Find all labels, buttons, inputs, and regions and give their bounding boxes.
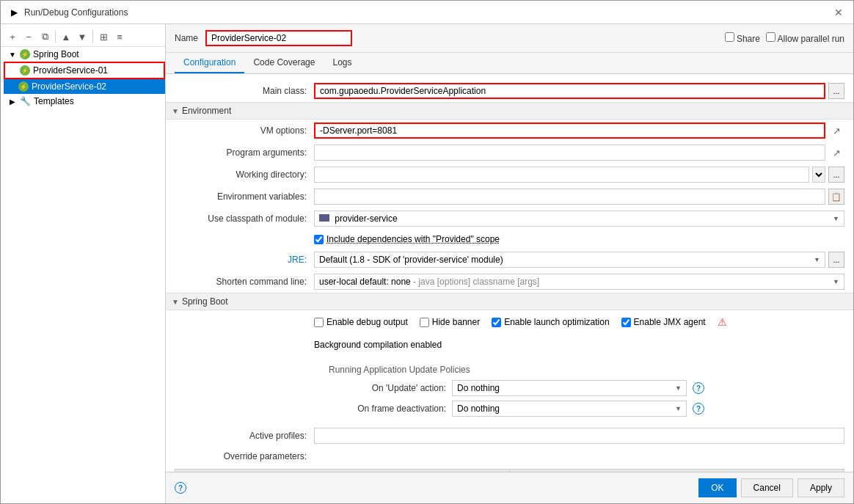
env-arrow-icon: ▼ bbox=[172, 107, 179, 115]
copy-config-button[interactable]: ⧉ bbox=[37, 29, 52, 44]
provider-service-02-item[interactable]: ⚡ ProviderService-02 bbox=[4, 79, 165, 94]
main-class-label: Main class: bbox=[175, 86, 314, 96]
program-args-expand-button[interactable]: ↗ bbox=[828, 145, 844, 161]
program-args-label: Program arguments: bbox=[175, 147, 314, 158]
jre-browse-button[interactable]: ... bbox=[828, 252, 844, 268]
spring-boot-section-header[interactable]: ▼ Spring Boot bbox=[166, 293, 853, 310]
jre-value: Default (1.8 - SDK of 'provider-service'… bbox=[319, 255, 503, 265]
classpath-field: provider-service ▼ bbox=[314, 211, 844, 227]
allow-parallel-label: Allow parallel run bbox=[766, 32, 844, 44]
on-update-dropdown[interactable]: Do nothing ▼ bbox=[452, 380, 687, 396]
hide-banner-checkbox[interactable] bbox=[420, 318, 429, 327]
override-params-row: Override parameters: bbox=[166, 447, 853, 466]
main-class-browse-button[interactable]: ... bbox=[828, 83, 844, 99]
cancel-button[interactable]: Cancel bbox=[741, 478, 793, 497]
name-input[interactable] bbox=[205, 30, 352, 46]
run-debug-configurations-window: ▶ Run/Debug Configurations ✕ + − ⧉ ▲ ▼ ⊞… bbox=[0, 0, 854, 504]
jre-row: JRE: Default (1.8 - SDK of 'provider-ser… bbox=[166, 249, 853, 271]
on-update-help-icon[interactable]: ? bbox=[693, 382, 704, 394]
provider02-icon: ⚡ bbox=[18, 81, 29, 92]
main-class-row: Main class: ... bbox=[166, 80, 853, 102]
provider-service-01-item[interactable]: ⚡ ProviderService-01 bbox=[4, 62, 165, 79]
working-dir-browse-button[interactable]: ... bbox=[828, 167, 844, 183]
env-vars-input[interactable] bbox=[314, 189, 825, 205]
window-icon: ▶ bbox=[8, 7, 20, 18]
spring-boot-options-field: Enable debug output Hide banner Enable l… bbox=[314, 313, 844, 353]
program-args-field: ↗ bbox=[314, 145, 844, 161]
spring-boot-section-label: Spring Boot bbox=[182, 296, 228, 307]
allow-parallel-checkbox[interactable] bbox=[766, 32, 775, 42]
working-dir-row: Working directory: ... bbox=[166, 164, 853, 186]
share-checkbox[interactable] bbox=[725, 32, 734, 42]
jre-link[interactable]: JRE: bbox=[288, 255, 307, 265]
ok-button[interactable]: OK bbox=[698, 478, 736, 497]
spring-boot-icon: ⚡ bbox=[20, 49, 30, 59]
env-vars-browse-button[interactable]: 📋 bbox=[828, 189, 844, 205]
env-vars-label: Environment variables: bbox=[175, 191, 314, 202]
vm-options-row: VM options: ↗ bbox=[166, 120, 853, 142]
name-row: Name Share Allow parallel run bbox=[166, 24, 853, 53]
on-frame-value: Do nothing bbox=[457, 403, 500, 414]
tab-code-coverage[interactable]: Code Coverage bbox=[244, 53, 324, 73]
vm-options-expand-button[interactable]: ↗ bbox=[828, 123, 844, 139]
vm-options-input[interactable] bbox=[314, 123, 825, 139]
running-policies: Running Application Update Policies On '… bbox=[314, 359, 704, 422]
enable-jmx-checkbox[interactable] bbox=[621, 318, 631, 327]
env-vars-row: Environment variables: 📋 bbox=[166, 186, 853, 208]
module-select-dropdown[interactable]: provider-service ▼ bbox=[314, 211, 844, 227]
templates-label: Templates bbox=[34, 96, 74, 106]
templates-icon: 🔧 bbox=[20, 96, 31, 106]
enable-launch-label: Enable launch optimization bbox=[492, 317, 609, 327]
add-config-button[interactable]: + bbox=[5, 29, 20, 44]
templates-item[interactable]: ▶ 🔧 Templates bbox=[4, 94, 165, 109]
share-row: Share Allow parallel run bbox=[725, 32, 844, 44]
include-deps-checkbox[interactable] bbox=[314, 235, 324, 244]
program-args-input[interactable] bbox=[314, 145, 825, 161]
move-up-button[interactable]: ▲ bbox=[59, 29, 73, 44]
main-class-field: ... bbox=[314, 83, 844, 99]
provider01-icon: ⚡ bbox=[20, 65, 30, 76]
enable-jmx-label: Enable JMX agent bbox=[621, 317, 706, 327]
environment-section-header[interactable]: ▼ Environment bbox=[166, 102, 853, 120]
right-panel: Name Share Allow parallel run Configurat… bbox=[166, 24, 853, 503]
name-label: Name bbox=[175, 33, 198, 43]
move-down-button[interactable]: ▼ bbox=[75, 29, 90, 44]
working-dir-label: Working directory: bbox=[175, 169, 314, 180]
main-class-input[interactable] bbox=[314, 83, 825, 99]
provider-service-01-label: ProviderService-01 bbox=[33, 65, 108, 76]
on-update-dropdown-arrow: ▼ bbox=[675, 384, 682, 392]
classpath-label: Use classpath of module: bbox=[175, 213, 314, 224]
hide-banner-text: Hide banner bbox=[432, 317, 480, 327]
enable-debug-checkbox[interactable] bbox=[314, 318, 324, 327]
on-update-label: On 'Update' action: bbox=[329, 383, 446, 393]
tab-logs[interactable]: Logs bbox=[324, 53, 360, 73]
background-compilation-error-icon: ⚠ bbox=[718, 316, 727, 328]
paste-config-button[interactable]: ⊞ bbox=[96, 29, 111, 44]
enable-launch-checkbox[interactable] bbox=[492, 318, 501, 327]
toolbar-separator-2 bbox=[92, 31, 93, 43]
main-content: + − ⧉ ▲ ▼ ⊞ ≡ ▼ ⚡ Spring Boot bbox=[1, 24, 853, 503]
working-dir-dropdown[interactable] bbox=[812, 167, 825, 183]
include-deps-text[interactable]: Include dependencies with "Provided" sco… bbox=[326, 234, 500, 244]
close-button[interactable]: ✕ bbox=[831, 5, 846, 20]
tab-configuration[interactable]: Configuration bbox=[175, 53, 244, 73]
shorten-suffix: - java [options] classname [args] bbox=[413, 277, 539, 287]
tabs: Configuration Code Coverage Logs bbox=[166, 53, 853, 74]
remove-config-button[interactable]: − bbox=[21, 29, 36, 44]
apply-button[interactable]: Apply bbox=[798, 478, 844, 497]
shorten-dropdown[interactable]: user-local default: none - java [options… bbox=[314, 274, 844, 290]
spring-boot-group[interactable]: ▼ ⚡ Spring Boot bbox=[4, 47, 165, 62]
help-button[interactable]: ? bbox=[175, 482, 186, 494]
templates-expand-icon: ▶ bbox=[8, 97, 17, 106]
active-profiles-input[interactable] bbox=[314, 428, 844, 444]
jre-dropdown[interactable]: Default (1.8 - SDK of 'provider-service'… bbox=[314, 252, 825, 268]
hide-banner-label: Hide banner bbox=[420, 317, 480, 327]
sort-config-button[interactable]: ≡ bbox=[112, 29, 127, 44]
on-frame-dropdown[interactable]: Do nothing ▼ bbox=[452, 401, 687, 417]
enable-debug-text: Enable debug output bbox=[326, 317, 408, 327]
shorten-field: user-local default: none - java [options… bbox=[314, 274, 844, 290]
on-frame-help-icon[interactable]: ? bbox=[693, 403, 704, 414]
module-name: provider-service bbox=[335, 213, 397, 224]
working-dir-input[interactable] bbox=[314, 167, 809, 183]
jre-dropdown-arrow: ▼ bbox=[814, 256, 820, 263]
